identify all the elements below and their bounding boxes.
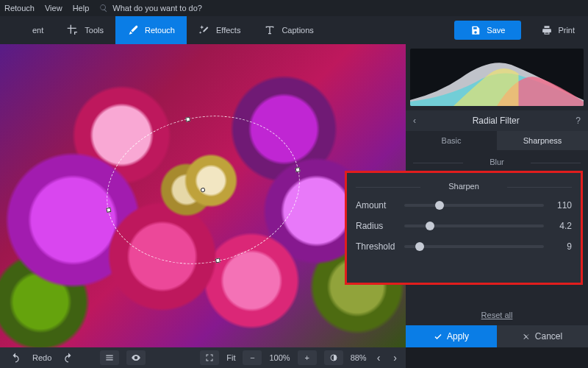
- ellipse-center[interactable]: [200, 187, 205, 192]
- slider-value: 4.2: [550, 221, 572, 231]
- section-title: Sharpen: [356, 179, 572, 195]
- subtab-basic[interactable]: Basic: [406, 131, 497, 150]
- document-icon: [15, 24, 26, 36]
- panel-header: ‹ Radial Filter ?: [406, 110, 588, 131]
- search-icon: [99, 4, 108, 13]
- menu-item[interactable]: Help: [73, 4, 90, 13]
- menu-item[interactable]: Retouch: [4, 4, 35, 13]
- tab-captions[interactable]: Captions: [252, 16, 325, 44]
- menu-item[interactable]: View: [45, 4, 62, 13]
- redo-label: Redo: [32, 353, 51, 362]
- next-image-button[interactable]: ›: [390, 352, 400, 364]
- tab-label: ent: [32, 26, 43, 35]
- tab-label: Effects: [216, 26, 240, 35]
- ellipse-handle[interactable]: [185, 116, 190, 121]
- slider-value: 110: [550, 200, 572, 210]
- prev-image-button[interactable]: ‹: [374, 352, 384, 364]
- print-icon: [542, 25, 552, 35]
- check-icon: [434, 332, 442, 341]
- tab-label: Captions: [282, 26, 313, 35]
- histogram: [410, 49, 584, 106]
- cancel-button[interactable]: Cancel: [497, 325, 588, 347]
- ellipse-handle[interactable]: [106, 208, 111, 213]
- panel-help-icon[interactable]: ?: [576, 116, 581, 126]
- ellipse-handle[interactable]: [215, 258, 220, 263]
- ellipse-handle[interactable]: [295, 167, 300, 172]
- sharpen-threshold-slider[interactable]: [404, 245, 544, 248]
- tab-effects[interactable]: Effects: [187, 16, 252, 44]
- apply-button[interactable]: Apply: [406, 325, 497, 347]
- history-button[interactable]: [100, 350, 119, 365]
- tab-enhancement[interactable]: ent: [3, 16, 55, 44]
- reset-all: Reset all: [406, 305, 588, 325]
- section-title: Blur: [413, 155, 581, 171]
- opacity-value[interactable]: 88%: [351, 353, 367, 362]
- cancel-label: Cancel: [535, 331, 562, 342]
- panel-subtabs: Basic Sharpness: [406, 131, 588, 150]
- undo-button[interactable]: [6, 350, 25, 365]
- zoom-out-button[interactable]: −: [243, 350, 262, 365]
- crop-icon: [67, 24, 79, 36]
- sharpen-threshold-row: Threshold 9: [356, 236, 572, 257]
- tab-retouch[interactable]: Retouch: [115, 16, 187, 44]
- slider-label: Amount: [356, 200, 398, 210]
- print-button[interactable]: Print: [531, 21, 585, 40]
- slider-label: Radius: [356, 221, 398, 231]
- reset-all-link[interactable]: Reset all: [481, 311, 513, 319]
- brush-icon: [127, 24, 139, 36]
- redo-button[interactable]: [59, 350, 78, 365]
- search-placeholder: What do you want to do?: [112, 4, 202, 13]
- apply-row: Apply Cancel: [406, 325, 588, 347]
- tab-tools[interactable]: Tools: [55, 16, 115, 44]
- crop-frame-button[interactable]: [200, 350, 219, 365]
- slider-label: Threshold: [356, 241, 398, 252]
- toolbar: ent Tools Retouch Effects Captions Save …: [0, 16, 588, 44]
- close-icon: [523, 333, 531, 341]
- slider-value: 9: [550, 241, 572, 252]
- menubar: Retouch View Help What do you want to do…: [0, 0, 588, 16]
- sharpen-amount-slider[interactable]: [404, 204, 544, 207]
- text-icon: [264, 24, 276, 36]
- print-label: Print: [558, 26, 575, 35]
- tab-label: Tools: [85, 26, 104, 35]
- fit-label[interactable]: Fit: [226, 353, 235, 362]
- sharpen-radius-row: Radius 4.2: [356, 216, 572, 236]
- before-after-button[interactable]: [126, 350, 146, 365]
- bottombar: Redo Fit − 100% + 88% ‹ ›: [0, 347, 406, 368]
- opacity-icon[interactable]: [324, 350, 343, 365]
- tab-label: Retouch: [145, 26, 175, 35]
- sharpen-radius-slider[interactable]: [404, 224, 544, 227]
- zoom-value[interactable]: 100%: [269, 353, 290, 362]
- save-button[interactable]: Save: [454, 21, 521, 40]
- save-label: Save: [487, 26, 505, 35]
- wand-icon: [198, 24, 210, 36]
- sharpen-highlight: Sharpen Amount 110 Radius 4.2 Threshold …: [345, 171, 583, 285]
- zoom-in-button[interactable]: +: [298, 350, 317, 365]
- panel-back-icon[interactable]: ‹: [413, 116, 416, 126]
- subtab-sharpness[interactable]: Sharpness: [497, 131, 588, 150]
- sharpen-amount-row: Amount 110: [356, 195, 572, 216]
- apply-label: Apply: [447, 331, 469, 342]
- panel-title: Radial Filter: [473, 116, 520, 126]
- save-icon: [470, 25, 481, 35]
- search-field[interactable]: What do you want to do?: [99, 4, 202, 13]
